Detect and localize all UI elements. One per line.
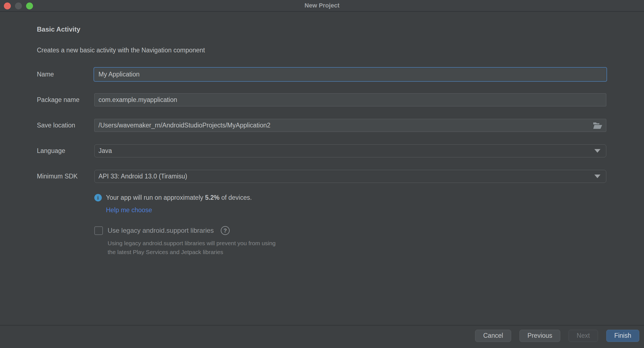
name-row: Name [37, 68, 606, 81]
window-title: New Project [305, 2, 339, 9]
minimum-sdk-label: Minimum SDK [37, 173, 94, 180]
use-legacy-libraries-checkbox[interactable] [94, 226, 103, 235]
finish-button[interactable]: Finish [606, 330, 639, 342]
minimize-window-button [15, 2, 22, 9]
name-input[interactable] [94, 68, 606, 81]
use-legacy-libraries-label: Use legacy android.support libraries [108, 227, 214, 234]
package-name-input[interactable] [94, 93, 606, 106]
dialog-footer: Cancel Previous Next Finish [0, 325, 644, 348]
save-location-row: Save location [37, 119, 606, 132]
save-location-label: Save location [37, 122, 94, 129]
legacy-libraries-row: Use legacy android.support libraries ? [94, 226, 606, 235]
zoom-window-button[interactable] [26, 2, 33, 9]
cancel-button[interactable]: Cancel [475, 330, 511, 342]
close-window-button[interactable] [4, 2, 11, 9]
language-value: Java [98, 147, 594, 155]
name-label: Name [37, 71, 94, 78]
template-description: Creates a new basic activity with the Na… [37, 47, 606, 54]
minimum-sdk-dropdown[interactable]: API 33: Android 13.0 (Tiramisu) [94, 170, 606, 183]
minimum-sdk-row: Minimum SDK API 33: Android 13.0 (Tirami… [37, 170, 606, 183]
package-name-label: Package name [37, 96, 94, 104]
dialog-content: Basic Activity Creates a new basic activ… [0, 25, 644, 257]
language-row: Language Java [37, 144, 606, 157]
previous-button[interactable]: Previous [519, 330, 560, 342]
template-title: Basic Activity [37, 25, 606, 33]
chevron-down-icon [594, 175, 600, 178]
browse-folder-button[interactable] [592, 120, 604, 130]
new-project-dialog: New Project Basic Activity Creates a new… [0, 0, 644, 348]
info-icon: i [94, 194, 102, 201]
title-bar: New Project [0, 0, 644, 12]
language-dropdown[interactable]: Java [94, 144, 606, 157]
save-location-input[interactable] [94, 119, 606, 132]
legacy-helper-text: Using legacy android.support libraries w… [108, 239, 606, 257]
open-folder-icon [593, 122, 602, 129]
traffic-lights [4, 0, 33, 12]
next-button: Next [569, 330, 598, 342]
sdk-info-text: Your app will run on approximately 5.2% … [106, 194, 252, 201]
language-label: Language [37, 147, 94, 155]
minimum-sdk-value: API 33: Android 13.0 (Tiramisu) [98, 173, 594, 180]
device-percent: 5.2% [205, 194, 219, 201]
sdk-info-row: i Your app will run on approximately 5.2… [94, 194, 606, 201]
help-me-choose-link[interactable]: Help me choose [106, 206, 152, 214]
project-form: Name Package name Save location [37, 68, 606, 257]
chevron-down-icon [594, 149, 600, 153]
package-name-row: Package name [37, 93, 606, 106]
help-icon[interactable]: ? [221, 226, 230, 235]
